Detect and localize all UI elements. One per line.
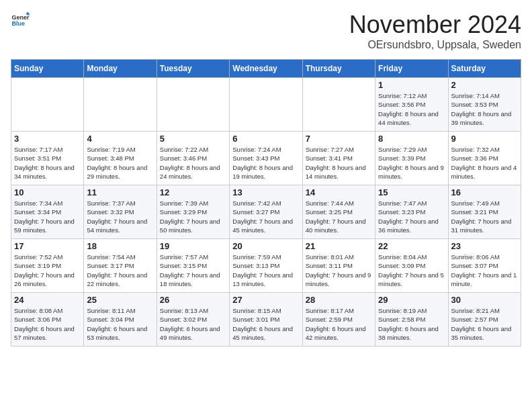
day-info: Sunrise: 7:34 AM Sunset: 3:34 PM Dayligh…	[14, 199, 81, 234]
header-sunday: Sunday	[11, 60, 84, 78]
svg-text:General: General	[11, 14, 30, 21]
day-info: Sunrise: 7:49 AM Sunset: 3:21 PM Dayligh…	[451, 199, 518, 234]
day-number: 15	[378, 187, 445, 197]
day-number: 13	[232, 187, 299, 197]
calendar-cell: 17Sunrise: 7:52 AM Sunset: 3:19 PM Dayli…	[11, 239, 84, 293]
day-number: 4	[87, 134, 153, 144]
calendar-cell	[84, 78, 157, 132]
calendar-cell	[11, 78, 84, 132]
day-info: Sunrise: 8:11 AM Sunset: 3:04 PM Dayligh…	[87, 306, 153, 342]
calendar-cell	[157, 78, 229, 132]
day-number: 18	[87, 241, 153, 251]
day-number: 5	[160, 134, 226, 144]
day-number: 12	[160, 187, 226, 197]
day-number: 16	[451, 187, 518, 197]
day-number: 10	[14, 187, 81, 197]
day-info: Sunrise: 7:22 AM Sunset: 3:46 PM Dayligh…	[160, 145, 226, 181]
day-number: 28	[306, 295, 372, 305]
calendar-cell: 29Sunrise: 8:19 AM Sunset: 2:58 PM Dayli…	[375, 293, 448, 347]
calendar-cell: 18Sunrise: 7:54 AM Sunset: 3:17 PM Dayli…	[84, 239, 157, 293]
day-info: Sunrise: 7:29 AM Sunset: 3:39 PM Dayligh…	[378, 145, 445, 181]
calendar-cell: 2Sunrise: 7:14 AM Sunset: 3:53 PM Daylig…	[448, 78, 521, 132]
day-info: Sunrise: 8:21 AM Sunset: 2:57 PM Dayligh…	[451, 306, 518, 342]
calendar-cell: 24Sunrise: 8:08 AM Sunset: 3:06 PM Dayli…	[11, 293, 84, 347]
day-info: Sunrise: 7:14 AM Sunset: 3:53 PM Dayligh…	[451, 91, 518, 127]
calendar-table: SundayMondayTuesdayWednesdayThursdayFrid…	[11, 59, 521, 347]
calendar-cell: 20Sunrise: 7:59 AM Sunset: 3:13 PM Dayli…	[230, 239, 302, 293]
calendar-cell: 4Sunrise: 7:19 AM Sunset: 3:48 PM Daylig…	[84, 132, 157, 185]
day-info: Sunrise: 8:04 AM Sunset: 3:09 PM Dayligh…	[378, 253, 445, 288]
day-number: 9	[451, 134, 518, 144]
location-subtitle: OErsundsbro, Uppsala, Sweden	[349, 39, 521, 51]
day-number: 22	[378, 241, 445, 251]
day-number: 2	[451, 80, 518, 90]
day-number: 3	[14, 134, 81, 144]
logo: General Blue	[11, 11, 30, 30]
svg-text:Blue: Blue	[11, 20, 25, 27]
day-info: Sunrise: 7:39 AM Sunset: 3:29 PM Dayligh…	[160, 199, 226, 234]
day-number: 29	[378, 295, 445, 305]
day-info: Sunrise: 7:52 AM Sunset: 3:19 PM Dayligh…	[14, 253, 81, 288]
calendar-cell: 26Sunrise: 8:13 AM Sunset: 3:02 PM Dayli…	[157, 293, 229, 347]
calendar-cell	[302, 78, 375, 132]
calendar-cell: 13Sunrise: 7:42 AM Sunset: 3:27 PM Dayli…	[230, 185, 302, 239]
calendar-cell: 15Sunrise: 7:47 AM Sunset: 3:23 PM Dayli…	[375, 185, 448, 239]
calendar-cell: 10Sunrise: 7:34 AM Sunset: 3:34 PM Dayli…	[11, 185, 84, 239]
day-info: Sunrise: 8:19 AM Sunset: 2:58 PM Dayligh…	[378, 306, 445, 342]
calendar-week-3: 10Sunrise: 7:34 AM Sunset: 3:34 PM Dayli…	[11, 185, 521, 239]
calendar-cell: 25Sunrise: 8:11 AM Sunset: 3:04 PM Dayli…	[84, 293, 157, 347]
day-info: Sunrise: 7:54 AM Sunset: 3:17 PM Dayligh…	[87, 253, 153, 288]
day-info: Sunrise: 7:17 AM Sunset: 3:51 PM Dayligh…	[14, 145, 81, 181]
calendar-cell: 5Sunrise: 7:22 AM Sunset: 3:46 PM Daylig…	[157, 132, 229, 185]
day-info: Sunrise: 7:59 AM Sunset: 3:13 PM Dayligh…	[232, 253, 299, 288]
day-info: Sunrise: 7:57 AM Sunset: 3:15 PM Dayligh…	[160, 253, 226, 288]
calendar-cell: 21Sunrise: 8:01 AM Sunset: 3:11 PM Dayli…	[302, 239, 375, 293]
calendar-cell: 16Sunrise: 7:49 AM Sunset: 3:21 PM Dayli…	[448, 185, 521, 239]
day-number: 23	[451, 241, 518, 251]
day-info: Sunrise: 7:32 AM Sunset: 3:36 PM Dayligh…	[451, 145, 518, 181]
calendar-cell: 30Sunrise: 8:21 AM Sunset: 2:57 PM Dayli…	[448, 293, 521, 347]
header-friday: Friday	[375, 60, 448, 78]
day-info: Sunrise: 8:01 AM Sunset: 3:11 PM Dayligh…	[306, 253, 372, 288]
day-info: Sunrise: 7:24 AM Sunset: 3:43 PM Dayligh…	[232, 145, 299, 181]
day-number: 8	[378, 134, 445, 144]
calendar-cell: 28Sunrise: 8:17 AM Sunset: 2:59 PM Dayli…	[302, 293, 375, 347]
calendar-cell: 12Sunrise: 7:39 AM Sunset: 3:29 PM Dayli…	[157, 185, 229, 239]
calendar-cell: 3Sunrise: 7:17 AM Sunset: 3:51 PM Daylig…	[11, 132, 84, 185]
calendar-week-1: 1Sunrise: 7:12 AM Sunset: 3:56 PM Daylig…	[11, 78, 521, 132]
day-number: 21	[306, 241, 372, 251]
day-info: Sunrise: 8:13 AM Sunset: 3:02 PM Dayligh…	[160, 306, 226, 342]
day-info: Sunrise: 8:15 AM Sunset: 3:01 PM Dayligh…	[232, 306, 299, 342]
day-number: 19	[160, 241, 226, 251]
day-info: Sunrise: 8:08 AM Sunset: 3:06 PM Dayligh…	[14, 306, 81, 342]
day-info: Sunrise: 7:37 AM Sunset: 3:32 PM Dayligh…	[87, 199, 153, 234]
calendar-cell	[230, 78, 302, 132]
day-number: 6	[232, 134, 299, 144]
logo-icon: General Blue	[11, 11, 30, 30]
calendar-header-row: SundayMondayTuesdayWednesdayThursdayFrid…	[11, 60, 521, 78]
calendar-cell: 1Sunrise: 7:12 AM Sunset: 3:56 PM Daylig…	[375, 78, 448, 132]
title-block: November 2024 OErsundsbro, Uppsala, Swed…	[349, 11, 521, 51]
day-number: 11	[87, 187, 153, 197]
day-number: 26	[160, 295, 226, 305]
header-thursday: Thursday	[302, 60, 375, 78]
calendar-cell: 14Sunrise: 7:44 AM Sunset: 3:25 PM Dayli…	[302, 185, 375, 239]
calendar-cell: 19Sunrise: 7:57 AM Sunset: 3:15 PM Dayli…	[157, 239, 229, 293]
day-info: Sunrise: 8:06 AM Sunset: 3:07 PM Dayligh…	[451, 253, 518, 288]
day-number: 20	[232, 241, 299, 251]
calendar-week-4: 17Sunrise: 7:52 AM Sunset: 3:19 PM Dayli…	[11, 239, 521, 293]
day-info: Sunrise: 7:27 AM Sunset: 3:41 PM Dayligh…	[306, 145, 372, 181]
calendar-week-5: 24Sunrise: 8:08 AM Sunset: 3:06 PM Dayli…	[11, 293, 521, 347]
calendar-cell: 6Sunrise: 7:24 AM Sunset: 3:43 PM Daylig…	[230, 132, 302, 185]
day-number: 7	[306, 134, 372, 144]
day-number: 1	[378, 80, 445, 90]
day-number: 25	[87, 295, 153, 305]
day-number: 30	[451, 295, 518, 305]
calendar-cell: 11Sunrise: 7:37 AM Sunset: 3:32 PM Dayli…	[84, 185, 157, 239]
day-number: 24	[14, 295, 81, 305]
day-number: 17	[14, 241, 81, 251]
page-header: General Blue November 2024 OErsundsbro, …	[11, 11, 521, 51]
day-info: Sunrise: 7:47 AM Sunset: 3:23 PM Dayligh…	[378, 199, 445, 234]
day-info: Sunrise: 7:44 AM Sunset: 3:25 PM Dayligh…	[306, 199, 372, 234]
header-wednesday: Wednesday	[230, 60, 302, 78]
